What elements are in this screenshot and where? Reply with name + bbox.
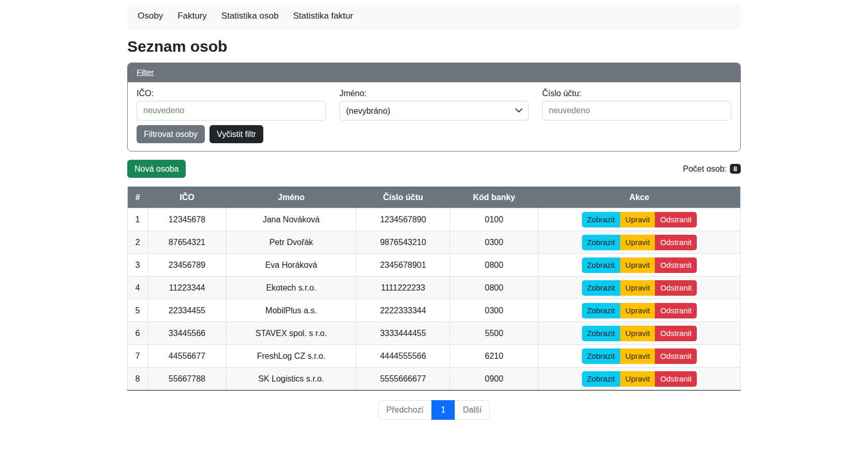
delete-button[interactable]: Odstranit xyxy=(655,235,697,250)
delete-button[interactable]: Odstranit xyxy=(655,280,697,296)
ucet-input[interactable] xyxy=(542,101,731,120)
row-actions-group: ZobrazitUpravitOdstranit xyxy=(582,280,697,296)
edit-button[interactable]: Upravit xyxy=(620,212,655,227)
nav-item-faktury[interactable]: Faktury xyxy=(177,11,207,21)
table-row: 112345678Jana Nováková12345678900100Zobr… xyxy=(128,208,741,231)
bank-code-cell: 0300 xyxy=(450,231,538,254)
bank-code-cell: 0100 xyxy=(450,208,538,231)
ucet-label: Číslo účtu: xyxy=(542,89,731,98)
view-button[interactable]: Zobrazit xyxy=(582,212,620,227)
ico-cell: 11223344 xyxy=(148,277,227,299)
ico-cell: 55667788 xyxy=(148,368,227,390)
person-count: Počet osob: 8 xyxy=(683,164,741,174)
actions-cell: ZobrazitUpravitOdstranit xyxy=(538,254,740,277)
ico-label: IČO: xyxy=(137,89,326,98)
view-button[interactable]: Zobrazit xyxy=(582,303,620,318)
actions-cell: ZobrazitUpravitOdstranit xyxy=(538,345,740,368)
header-kod-banky: Kód banky xyxy=(450,187,538,208)
view-button[interactable]: Zobrazit xyxy=(582,257,620,273)
delete-button[interactable]: Odstranit xyxy=(655,326,697,341)
pagination-page-1-link[interactable]: 1 xyxy=(431,400,455,420)
view-button[interactable]: Zobrazit xyxy=(582,348,620,364)
actions-cell: ZobrazitUpravitOdstranit xyxy=(538,322,740,345)
account-cell: 9876543210 xyxy=(356,231,450,254)
actions-cell: ZobrazitUpravitOdstranit xyxy=(538,368,740,390)
table-row: 287654321Petr Dvořák98765432100300Zobraz… xyxy=(128,231,741,254)
actions-cell: ZobrazitUpravitOdstranit xyxy=(538,208,740,231)
delete-button[interactable]: Odstranit xyxy=(655,212,697,227)
row-number-cell: 1 xyxy=(128,208,148,231)
row-number-cell: 3 xyxy=(128,254,148,277)
pagination-previous[interactable]: Předchozí xyxy=(378,400,432,420)
row-number-cell: 8 xyxy=(128,368,148,390)
row-number-cell: 6 xyxy=(128,322,148,345)
ico-cell: 12345678 xyxy=(148,208,227,231)
view-button[interactable]: Zobrazit xyxy=(582,280,620,296)
pagination-next-link[interactable]: Další xyxy=(455,400,490,420)
edit-button[interactable]: Upravit xyxy=(620,235,655,250)
ico-input[interactable] xyxy=(137,101,326,120)
account-cell: 2345678901 xyxy=(356,254,450,277)
view-button[interactable]: Zobrazit xyxy=(582,371,620,387)
bank-code-cell: 0300 xyxy=(450,299,538,322)
pagination: Předchozí 1 Další xyxy=(127,400,741,420)
name-cell: Petr Dvořák xyxy=(226,231,356,254)
row-number-cell: 4 xyxy=(128,277,148,299)
top-navbar: Osoby Faktury Statistika osob Statistika… xyxy=(127,4,741,28)
name-cell: FreshLog CZ s.r.o. xyxy=(226,345,356,368)
delete-button[interactable]: Odstranit xyxy=(655,348,697,364)
table-row: 522334455MobilPlus a.s.22223333440300Zob… xyxy=(128,299,741,322)
row-actions-group: ZobrazitUpravitOdstranit xyxy=(582,257,697,273)
row-actions-group: ZobrazitUpravitOdstranit xyxy=(582,348,697,364)
name-cell: Ekotech s.r.o. xyxy=(226,277,356,299)
nav-item-statistika-osob[interactable]: Statistika osob xyxy=(221,11,279,21)
name-cell: Eva Horáková xyxy=(226,254,356,277)
bank-code-cell: 0800 xyxy=(450,277,538,299)
filter-card-header: Filter xyxy=(128,63,740,82)
table-row: 323456789Eva Horáková23456789010800Zobra… xyxy=(128,254,741,277)
pagination-previous-link[interactable]: Předchozí xyxy=(378,400,432,420)
actions-cell: ZobrazitUpravitOdstranit xyxy=(538,231,740,254)
row-number-cell: 2 xyxy=(128,231,148,254)
filter-card-body: IČO: Jméno: (nevybráno) Číslo xyxy=(128,82,740,151)
row-actions-group: ZobrazitUpravitOdstranit xyxy=(582,303,697,318)
nav-item-osoby[interactable]: Osoby xyxy=(138,11,163,21)
jmeno-select[interactable]: (nevybráno) xyxy=(339,101,529,120)
pagination-page-1[interactable]: 1 xyxy=(432,400,455,420)
pagination-next[interactable]: Další xyxy=(455,400,490,420)
actions-cell: ZobrazitUpravitOdstranit xyxy=(538,277,740,299)
row-actions-group: ZobrazitUpravitOdstranit xyxy=(582,326,697,341)
edit-button[interactable]: Upravit xyxy=(620,326,655,341)
person-count-badge: 8 xyxy=(730,164,741,174)
edit-button[interactable]: Upravit xyxy=(620,257,655,273)
row-number-cell: 5 xyxy=(128,299,148,322)
nav-item-statistika-faktur[interactable]: Statistika faktur xyxy=(293,11,353,21)
new-person-button[interactable]: Nová osoba xyxy=(127,160,186,178)
toolbar-row: Nová osoba Počet osob: 8 xyxy=(127,160,741,178)
bank-code-cell: 0900 xyxy=(450,368,538,390)
delete-button[interactable]: Odstranit xyxy=(655,257,697,273)
page-container: Osoby Faktury Statistika osob Statistika… xyxy=(127,4,741,420)
filter-clear-button[interactable]: Vyčistit filtr xyxy=(209,125,263,143)
delete-button[interactable]: Odstranit xyxy=(655,371,697,387)
account-cell: 3333444455 xyxy=(356,322,450,345)
row-actions-group: ZobrazitUpravitOdstranit xyxy=(582,371,697,387)
delete-button[interactable]: Odstranit xyxy=(655,303,697,318)
edit-button[interactable]: Upravit xyxy=(620,371,655,387)
edit-button[interactable]: Upravit xyxy=(620,348,655,364)
view-button[interactable]: Zobrazit xyxy=(582,326,620,341)
edit-button[interactable]: Upravit xyxy=(620,303,655,318)
filter-toggle-link[interactable]: Filter xyxy=(137,68,154,77)
name-cell: STAVEX spol. s r.o. xyxy=(226,322,356,345)
view-button[interactable]: Zobrazit xyxy=(582,235,620,250)
person-count-label: Počet osob: xyxy=(683,164,727,174)
ico-cell: 23456789 xyxy=(148,254,227,277)
bank-code-cell: 0800 xyxy=(450,254,538,277)
persons-table: # IČO Jméno Číslo účtu Kód banky Akce 11… xyxy=(127,186,741,391)
edit-button[interactable]: Upravit xyxy=(620,280,655,296)
filter-submit-button[interactable]: Filtrovat osoby xyxy=(137,125,205,143)
filter-field-jmeno: Jméno: (nevybráno) xyxy=(339,89,529,120)
table-row: 411223344Ekotech s.r.o.11112222330800Zob… xyxy=(128,277,741,299)
bank-code-cell: 6210 xyxy=(450,345,538,368)
row-number-cell: 7 xyxy=(128,345,148,368)
